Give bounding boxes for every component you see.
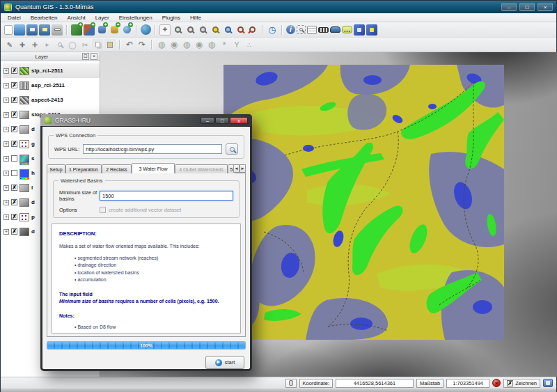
layer-name[interactable]: asp_rcl-2511: [31, 82, 65, 88]
expander-icon[interactable]: +: [3, 171, 9, 176]
expander-icon[interactable]: +: [3, 127, 9, 132]
expander-icon[interactable]: +: [3, 200, 9, 205]
zoom-in-icon[interactable]: [172, 24, 183, 36]
print-composer-icon[interactable]: [52, 24, 63, 36]
vector-dataset-checkbox[interactable]: [100, 207, 106, 213]
layer-name[interactable]: g: [31, 141, 35, 147]
menu-bearbeiten[interactable]: Bearbeiten: [31, 15, 58, 21]
add-raster-layer-icon[interactable]: [84, 24, 95, 36]
identify-features-icon[interactable]: i: [286, 25, 295, 34]
render-checkbox[interactable]: ✗: [507, 380, 513, 386]
layer-row[interactable]: + ✗ aspect-2413: [3, 93, 100, 107]
layer-name[interactable]: p: [31, 214, 35, 220]
layer-checkbox[interactable]: ✗: [11, 97, 17, 103]
layer-row[interactable]: + ✗ slp_rcl-2511: [3, 63, 100, 78]
layer-checkbox[interactable]: ✗: [11, 214, 17, 220]
undo-icon[interactable]: ↶: [124, 39, 135, 50]
tab-reclass[interactable]: 2 Reclass: [102, 164, 132, 173]
zoom-full-icon[interactable]: [210, 24, 221, 36]
layer-name[interactable]: h: [31, 170, 35, 176]
layer-checkbox[interactable]: ✗: [11, 199, 17, 205]
panel-close-icon[interactable]: ×: [91, 53, 97, 60]
zoom-box-icon[interactable]: [54, 39, 65, 50]
layer-row[interactable]: + ✗ asp_rcl-2511: [3, 78, 100, 93]
select-features-icon[interactable]: [297, 25, 306, 34]
wps-connect-button[interactable]: [226, 143, 238, 155]
add-ring-icon[interactable]: ◉: [168, 39, 180, 50]
layer-name[interactable]: d: [31, 199, 35, 205]
attribute-table-icon[interactable]: [307, 26, 317, 34]
map-tips-icon[interactable]: …: [342, 26, 352, 33]
layer-checkbox[interactable]: [11, 170, 17, 176]
map-navigation-globe-icon[interactable]: [141, 24, 151, 35]
min-size-input[interactable]: [100, 191, 233, 201]
mouse-position-icon[interactable]: [285, 379, 297, 388]
layer-checkbox[interactable]: ✗: [11, 68, 17, 74]
dialog-close-button[interactable]: x: [230, 117, 248, 124]
paste-features-icon[interactable]: [104, 39, 116, 50]
layer-checkbox[interactable]: ✗: [11, 141, 17, 147]
grass-tools-icon[interactable]: [366, 24, 377, 36]
add-postgis-layer-icon[interactable]: [96, 24, 107, 36]
layer-name[interactable]: s: [31, 155, 34, 162]
zoom-out-icon[interactable]: [185, 24, 196, 36]
menu-ansicht[interactable]: Ansicht: [67, 15, 85, 21]
layer-name[interactable]: aspect-2413: [31, 97, 63, 103]
zoom-last-icon[interactable]: [235, 24, 246, 36]
tab-scroll-left-icon[interactable]: ◄: [233, 164, 240, 173]
refresh-clock-icon[interactable]: ◷: [267, 24, 278, 36]
expander-icon[interactable]: +: [3, 185, 9, 191]
tab-preparation[interactable]: 1 Preparation: [65, 164, 102, 173]
expander-icon[interactable]: +: [3, 83, 9, 88]
delete-part-icon[interactable]: ◍: [206, 39, 217, 50]
copy-features-icon[interactable]: [92, 39, 103, 50]
expander-icon[interactable]: +: [3, 214, 9, 220]
expander-icon[interactable]: +: [3, 156, 9, 162]
zoom-next-icon[interactable]: [247, 24, 258, 36]
menu-einstellungen[interactable]: Einstellungen: [119, 15, 152, 21]
save-project-as-icon[interactable]: [39, 24, 50, 36]
layer-checkbox[interactable]: ✗: [11, 82, 17, 88]
pan-map-icon[interactable]: ✚: [159, 24, 171, 36]
delete-ring-icon[interactable]: ◉: [194, 39, 205, 50]
expander-icon[interactable]: +: [3, 68, 9, 74]
start-button[interactable]: start: [205, 356, 244, 369]
maximize-button[interactable]: □: [519, 3, 535, 11]
zoom-to-layer-icon[interactable]: [222, 24, 233, 36]
redo-icon[interactable]: ↷: [136, 39, 148, 50]
open-project-icon[interactable]: [14, 24, 25, 36]
close-button[interactable]: ×: [538, 3, 553, 11]
projection-icon[interactable]: [543, 379, 553, 387]
move-feature-icon[interactable]: ✚: [17, 39, 28, 50]
scale-value[interactable]: 1:703351494: [446, 379, 489, 388]
select-cursor-icon[interactable]: ►: [42, 39, 53, 50]
coordinate-value[interactable]: 4416528,5614361: [336, 379, 414, 388]
minimize-button[interactable]: –: [501, 3, 517, 11]
layer-checkbox[interactable]: ✗: [11, 126, 17, 132]
grass-open-mapset-icon[interactable]: [354, 24, 365, 36]
dialog-minimize-button[interactable]: –: [201, 117, 214, 124]
layer-checkbox[interactable]: ✗: [11, 228, 17, 235]
menu-datei[interactable]: Datei: [8, 15, 21, 21]
expander-icon[interactable]: +: [3, 141, 9, 147]
new-project-icon[interactable]: [4, 25, 13, 35]
tab-outlet-watersheds[interactable]: 4 Outlet Watersheds: [175, 164, 228, 173]
cut-features-icon[interactable]: ✂: [79, 39, 91, 50]
expander-icon[interactable]: +: [3, 97, 9, 103]
tab-setup[interactable]: Setup: [47, 164, 65, 173]
tab-scroll-right-icon[interactable]: ►: [240, 164, 246, 173]
save-project-icon[interactable]: [26, 24, 38, 36]
expander-icon[interactable]: +: [3, 112, 9, 118]
stop-render-icon[interactable]: ×: [492, 379, 501, 387]
menu-hilfe[interactable]: Hilfe: [190, 15, 201, 21]
coordinate-label[interactable]: Koordinate:: [299, 379, 333, 388]
simplify-feature-icon[interactable]: ◍: [156, 39, 167, 50]
node-tool-icon[interactable]: ∴: [244, 39, 255, 50]
draw-line-icon[interactable]: ✎: [4, 39, 15, 50]
add-vector-layer-icon[interactable]: [71, 24, 82, 36]
menu-plugins[interactable]: Plugins: [162, 15, 180, 21]
pan-cross-icon[interactable]: ✚: [29, 39, 40, 50]
add-island-icon[interactable]: ◍: [181, 39, 192, 50]
dialog-titlebar[interactable]: GRASS-HRU – □ x: [40, 114, 252, 127]
layer-name[interactable]: d: [31, 126, 35, 132]
